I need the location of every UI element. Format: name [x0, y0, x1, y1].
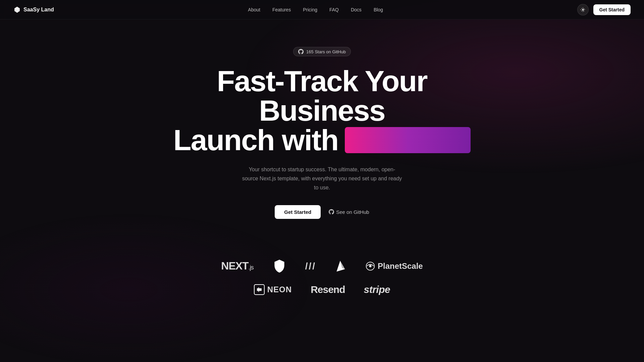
logo-prisma — [335, 260, 347, 272]
nav-get-started-button[interactable]: Get Started — [593, 4, 631, 15]
logo-auth — [272, 259, 286, 273]
github-badge: 165 Stars on GitHub — [293, 47, 351, 56]
prisma-icon — [335, 260, 347, 272]
brand-name: SaaSy Land — [23, 7, 54, 13]
neon-icon — [254, 284, 265, 295]
logos-row-1: NEXT.js /// PlanetScale — [221, 259, 423, 273]
logos-row-2: NEON Resend stripe — [254, 284, 390, 295]
github-badge-text: 165 Stars on GitHub — [306, 49, 346, 54]
logo-resend: Resend — [311, 284, 345, 295]
stripe-text: stripe — [364, 284, 390, 295]
hero-github-label: See on GitHub — [336, 209, 369, 215]
nav-faq[interactable]: FAQ — [329, 7, 339, 12]
nextjs-text: NEXT.js — [221, 260, 253, 272]
nav-blog[interactable]: Blog — [374, 7, 383, 12]
theme-icon — [580, 7, 586, 12]
logo-drizzle: /// — [305, 261, 316, 272]
svg-rect-3 — [258, 287, 259, 292]
planetscale-icon — [366, 261, 375, 271]
brand-icon — [13, 6, 21, 13]
hero-section: 165 Stars on GitHub Fast-Track Your Busi… — [0, 0, 644, 239]
hero-cta: Get Started See on GitHub — [275, 205, 369, 219]
logo-nextjs: NEXT.js — [221, 260, 253, 272]
github-icon — [298, 49, 304, 54]
hero-github-button[interactable]: See on GitHub — [329, 209, 369, 215]
drizzle-text: /// — [305, 261, 316, 272]
nav-features[interactable]: Features — [272, 7, 291, 12]
hero-title-line1: Fast-Track Your Business — [154, 66, 490, 125]
logos-section: NEXT.js /// PlanetScale — [0, 239, 644, 322]
hero-description: Your shortcut to startup success. The ul… — [241, 165, 402, 192]
logo-stripe: stripe — [364, 284, 390, 295]
resend-text: Resend — [311, 284, 345, 295]
logo-planetscale: PlanetScale — [366, 261, 423, 271]
hero-title-line2-text: Launch with — [173, 125, 338, 155]
neon-text: NEON — [267, 285, 292, 294]
theme-toggle-button[interactable] — [577, 4, 589, 15]
navbar: SaaSy Land About Features Pricing FAQ Do… — [0, 0, 644, 19]
shield-icon — [272, 259, 286, 273]
nav-right: Get Started — [577, 4, 631, 15]
planetscale-text: PlanetScale — [378, 261, 423, 271]
nav-links: About Features Pricing FAQ Docs Blog — [248, 7, 383, 13]
logo-neon: NEON — [254, 284, 292, 295]
brand-logo[interactable]: SaaSy Land — [13, 6, 54, 13]
hero-gradient-block — [345, 127, 471, 153]
nav-about[interactable]: About — [248, 7, 260, 12]
neon-inner-icon — [256, 287, 262, 293]
svg-point-1 — [369, 265, 371, 267]
hero-title: Fast-Track Your Business Launch with — [154, 66, 490, 155]
nav-docs[interactable]: Docs — [351, 7, 362, 12]
github-cta-icon — [329, 209, 334, 215]
nav-pricing[interactable]: Pricing — [303, 7, 317, 12]
hero-title-line2: Launch with — [154, 125, 490, 155]
hero-get-started-button[interactable]: Get Started — [275, 205, 321, 219]
